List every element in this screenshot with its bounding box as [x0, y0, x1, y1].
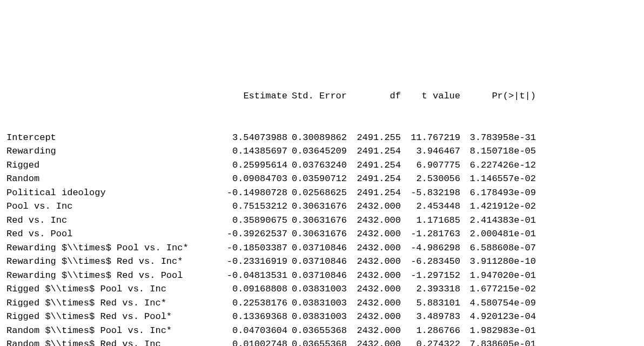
- table-row: Random $\\times$ Pool vs. Inc*0.04703604…: [6, 324, 536, 338]
- row-std-error: 0.03831003: [287, 310, 347, 324]
- row-df: 2432.000: [347, 241, 401, 255]
- row-std-error: 0.03710846: [287, 269, 347, 283]
- row-std-error: 0.03831003: [287, 296, 347, 310]
- row-label: Random: [6, 172, 223, 186]
- row-df: 2432.000: [347, 269, 401, 283]
- row-p-value: 1.947020e-01: [460, 269, 536, 283]
- table-row: Rigged $\\times$ Red vs. Inc*0.225381760…: [6, 296, 536, 310]
- row-std-error: 0.30631676: [287, 214, 347, 228]
- row-df: 2432.000: [347, 199, 401, 214]
- row-t-value: -1.297152: [401, 269, 460, 283]
- row-estimate: -0.18503387: [223, 241, 287, 255]
- row-label: Political ideology: [6, 186, 223, 200]
- row-p-value: 1.677215e-02: [460, 282, 536, 296]
- row-label: Red vs. Pool: [6, 227, 223, 241]
- row-std-error: 0.03590712: [287, 172, 347, 186]
- table-row: Political ideology-0.149807280.025686252…: [6, 186, 536, 200]
- row-std-error: 0.03710846: [287, 241, 347, 255]
- row-df: 2491.254: [347, 144, 401, 158]
- row-p-value: 6.178493e-09: [460, 186, 536, 200]
- row-df: 2491.254: [347, 186, 401, 200]
- row-std-error: 0.03831003: [287, 282, 347, 296]
- row-df: 2432.000: [347, 214, 401, 228]
- row-p-value: 8.150718e-05: [460, 144, 536, 158]
- row-label: Random $\\times$ Red vs. Inc: [6, 337, 223, 346]
- table-row: Pool vs. Inc0.751532120.306316762432.000…: [6, 199, 536, 214]
- table-row: Random0.090847030.035907122491.2542.5300…: [6, 172, 536, 186]
- row-estimate: 0.04703604: [223, 324, 287, 338]
- row-estimate: 0.09168808: [223, 282, 287, 296]
- row-std-error: 0.03655368: [287, 337, 347, 346]
- row-t-value: -5.832198: [401, 186, 460, 200]
- row-label: Rigged $\\times$ Red vs. Inc*: [6, 296, 223, 310]
- table-row: Random $\\times$ Red vs. Inc0.010027480.…: [6, 337, 536, 346]
- row-estimate: -0.04813531: [223, 269, 287, 283]
- row-p-value: 3.783958e-31: [460, 131, 536, 145]
- row-df: 2432.000: [347, 255, 401, 269]
- row-p-value: 2.000481e-01: [460, 227, 536, 241]
- row-p-value: 1.146557e-02: [460, 172, 536, 186]
- row-t-value: -4.986298: [401, 241, 460, 255]
- row-estimate: -0.14980728: [223, 186, 287, 200]
- row-df: 2432.000: [347, 282, 401, 296]
- row-t-value: 3.489783: [401, 310, 460, 324]
- table-row: Red vs. Pool-0.392625370.306316762432.00…: [6, 227, 536, 241]
- row-label: Rewarding: [6, 144, 223, 158]
- table-row: Rewarding $\\times$ Red vs. Inc*-0.23316…: [6, 255, 536, 269]
- row-p-value: 4.920123e-04: [460, 310, 536, 324]
- header-t-value: t value: [401, 89, 460, 103]
- row-label: Random $\\times$ Pool vs. Inc*: [6, 324, 223, 338]
- row-p-value: 1.421912e-02: [460, 199, 536, 214]
- row-label: Rigged: [6, 158, 223, 172]
- row-df: 2491.254: [347, 172, 401, 186]
- row-estimate: 0.35890675: [223, 214, 287, 228]
- row-df: 2432.000: [347, 296, 401, 310]
- regression-output-table: Estimate Std. Error df t value Pr(>|t|) …: [6, 62, 536, 346]
- row-t-value: 3.946467: [401, 144, 460, 158]
- table-row: Rewarding $\\times$ Pool vs. Inc*-0.1850…: [6, 241, 536, 255]
- row-t-value: 11.767219: [401, 131, 460, 145]
- row-df: 2432.000: [347, 310, 401, 324]
- row-estimate: 0.01002748: [223, 337, 287, 346]
- row-estimate: 0.25995614: [223, 158, 287, 172]
- header-pr: Pr(>|t|): [460, 89, 536, 103]
- row-std-error: 0.03710846: [287, 255, 347, 269]
- row-p-value: 3.911280e-10: [460, 255, 536, 269]
- row-t-value: 0.274322: [401, 337, 460, 346]
- row-label: Rewarding $\\times$ Pool vs. Inc*: [6, 241, 223, 255]
- row-std-error: 0.02568625: [287, 186, 347, 200]
- row-estimate: -0.39262537: [223, 227, 287, 241]
- row-p-value: 1.982983e-01: [460, 324, 536, 338]
- row-estimate: 3.54073988: [223, 131, 287, 145]
- header-blank: [6, 89, 223, 103]
- row-df: 2432.000: [347, 324, 401, 338]
- table-row: Rigged0.259956140.037632402491.2546.9077…: [6, 158, 536, 172]
- row-std-error: 0.03645209: [287, 144, 347, 158]
- row-std-error: 0.03763240: [287, 158, 347, 172]
- row-p-value: 6.588608e-07: [460, 241, 536, 255]
- row-label: Rewarding $\\times$ Red vs. Pool: [6, 269, 223, 283]
- row-std-error: 0.30631676: [287, 199, 347, 214]
- row-t-value: 2.453448: [401, 199, 460, 214]
- table-row: Rigged $\\times$ Red vs. Pool*0.13369368…: [6, 310, 536, 324]
- header-df: df: [347, 89, 401, 103]
- row-t-value: 2.393318: [401, 282, 460, 296]
- row-estimate: 0.13369368: [223, 310, 287, 324]
- header-estimate: Estimate: [223, 89, 287, 103]
- row-p-value: 7.838605e-01: [460, 337, 536, 346]
- row-estimate: -0.23316919: [223, 255, 287, 269]
- row-df: 2432.000: [347, 227, 401, 241]
- row-label: Rigged $\\times$ Red vs. Pool*: [6, 310, 223, 324]
- table-header-row: Estimate Std. Error df t value Pr(>|t|): [6, 89, 536, 103]
- table-row: Rewarding0.143856970.036452092491.2543.9…: [6, 144, 536, 158]
- row-t-value: 5.883101: [401, 296, 460, 310]
- row-t-value: 1.171685: [401, 214, 460, 228]
- row-estimate: 0.09084703: [223, 172, 287, 186]
- header-std-error: Std. Error: [287, 89, 347, 103]
- row-label: Red vs. Inc: [6, 214, 223, 228]
- row-std-error: 0.03655368: [287, 324, 347, 338]
- row-p-value: 6.227426e-12: [460, 158, 536, 172]
- row-df: 2491.254: [347, 158, 401, 172]
- row-std-error: 0.30089862: [287, 131, 347, 145]
- row-df: 2491.255: [347, 131, 401, 145]
